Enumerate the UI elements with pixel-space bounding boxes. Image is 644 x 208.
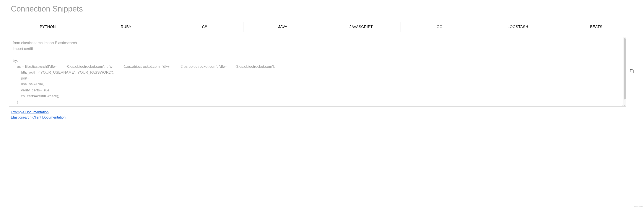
tab-go[interactable]: GO bbox=[400, 22, 479, 32]
link-example-documentation[interactable]: Example Documentation bbox=[11, 110, 635, 115]
scrollbar-track[interactable] bbox=[623, 37, 626, 107]
tab-python[interactable]: PYTHON bbox=[9, 22, 87, 32]
tab-javascript[interactable]: JAVASCRIPT bbox=[322, 22, 401, 32]
tab-ruby[interactable]: RUBY bbox=[87, 22, 166, 32]
content-wrapper: from elasticsearch import Elasticsearch … bbox=[9, 37, 635, 107]
code-container: from elasticsearch import Elasticsearch … bbox=[9, 37, 626, 107]
code-snippet[interactable]: from elasticsearch import Elasticsearch … bbox=[9, 37, 623, 107]
resize-handle[interactable] bbox=[623, 103, 626, 106]
tab-java[interactable]: JAVA bbox=[244, 22, 322, 32]
tab-logstash[interactable]: LOGSTASH bbox=[479, 22, 557, 32]
page-title: Connection Snippets bbox=[11, 4, 635, 14]
documentation-links: Example Documentation Elasticsearch Clie… bbox=[11, 110, 635, 120]
link-client-documentation[interactable]: Elasticsearch Client Documentation bbox=[11, 115, 635, 120]
scrollbar-thumb[interactable] bbox=[624, 38, 626, 99]
tabs-container: PYTHON RUBY C# JAVA JAVASCRIPT GO LOGSTA… bbox=[9, 22, 635, 32]
tab-beats[interactable]: BEATS bbox=[557, 22, 635, 32]
tab-csharp[interactable]: C# bbox=[165, 22, 244, 32]
copy-icon bbox=[630, 69, 634, 74]
copy-button[interactable] bbox=[628, 68, 635, 76]
